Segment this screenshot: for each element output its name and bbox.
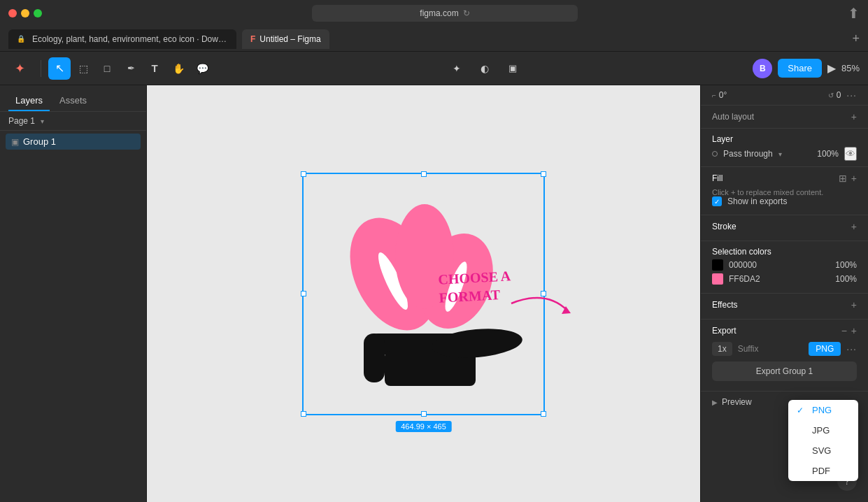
export-more-btn[interactable]: ··· [846, 343, 857, 354]
export-section-title: Export [712, 326, 737, 336]
handle-top-mid[interactable] [421, 171, 427, 177]
select-tool-btn[interactable]: ↖ [48, 57, 71, 80]
assets-tab[interactable]: Assets [52, 91, 94, 111]
content-area: Layers Assets Page 1 ▾ ▣ Group 1 [0, 85, 868, 502]
pen-tool-btn[interactable]: ✒ [120, 57, 142, 80]
reload-icon[interactable]: ↻ [463, 8, 470, 18]
corner-radius-icon: ⌐ [712, 92, 716, 99]
mask-tool-btn[interactable]: ◐ [474, 57, 496, 80]
layer-section-title: Layer [712, 134, 733, 144]
export-add-btn[interactable]: + [851, 325, 857, 336]
layer-name: Group 1 [23, 136, 56, 147]
layer-group-icon: ▣ [11, 137, 19, 147]
add-tab-btn[interactable]: + [852, 31, 860, 46]
preview-label: Preview [722, 397, 752, 407]
color-swatch-0[interactable] [712, 259, 723, 271]
show-exports-label: Show in exports [727, 196, 787, 206]
handle-bottom-left[interactable] [301, 411, 306, 417]
selection-colors-title: Selection colors [712, 247, 771, 257]
color-swatch-1[interactable] [712, 273, 723, 285]
selection-colors-section: Selection colors 000000 100% FF6DA2 100% [701, 241, 868, 294]
export-suffix[interactable]: Suffix [738, 344, 804, 354]
format-label-png: PNG [812, 405, 832, 415]
window-controls [8, 9, 42, 17]
export-minus-btn[interactable]: − [841, 325, 847, 336]
avatar: B [753, 59, 772, 78]
fill-grid-btn[interactable]: ⊞ [839, 173, 847, 184]
shape-tool-btn[interactable]: □ [96, 57, 118, 80]
share-icon[interactable]: ⬆ [848, 5, 860, 22]
stroke-add-btn[interactable]: + [851, 221, 857, 232]
arrange-tool-btn[interactable]: ▣ [501, 57, 524, 80]
maximize-window-btn[interactable] [34, 9, 42, 17]
zoom-level[interactable]: 85% [841, 63, 860, 73]
handle-bottom-mid[interactable] [421, 411, 427, 417]
rotation-field[interactable]: ↺ 0 [828, 90, 841, 100]
handle-top-left[interactable] [301, 171, 306, 177]
minimize-window-btn[interactable] [21, 9, 29, 17]
url-bar[interactable]: figma.com ↻ [312, 5, 578, 22]
effects-add-btn[interactable]: + [851, 299, 857, 310]
show-exports-checkbox[interactable]: ✓ [712, 196, 722, 206]
effects-section-title: Effects [712, 300, 737, 310]
layer-group1[interactable]: ▣ Group 1 [6, 134, 141, 150]
layer-blend-row: Pass through ▾ 100% 👁 [712, 147, 857, 161]
fill-section-title: Fill [712, 173, 723, 183]
auto-layout-add-btn[interactable]: + [851, 111, 857, 122]
format-dropdown-btn[interactable]: PNG [809, 342, 841, 356]
toolbar-separator-1 [41, 60, 41, 77]
export-scale[interactable]: 1x [712, 342, 732, 356]
corner-radius-value: 0° [719, 90, 727, 100]
export-section: Export − + 1x Suffix PNG ··· Export Grou… [701, 320, 868, 392]
fill-add-btn[interactable]: + [851, 173, 857, 184]
toolbar: ✦ ↖ ⬚ □ ✒ T ✋ 💬 ✦ ◐ ▣ B Share ▶ 85% [0, 52, 868, 85]
export-settings-row: 1x Suffix PNG ··· [712, 342, 857, 356]
transform-more-btn[interactable]: ··· [846, 89, 857, 101]
format-option-pdf[interactable]: PDF [788, 461, 858, 481]
choose-format-annotation: CHOOSE A FORMAT [439, 268, 511, 305]
fill-header: Fill ⊞ + [712, 173, 857, 184]
format-selector-container: PNG [809, 342, 841, 356]
layer-header-row: Layer [712, 134, 857, 144]
browser-tab-iconfinder[interactable]: 🔒 Ecology, plant, hand, environment, eco… [8, 29, 236, 49]
lock-icon: 🔒 [17, 35, 25, 43]
format-option-jpg[interactable]: JPG [788, 420, 858, 440]
handle-top-right[interactable] [541, 171, 546, 177]
handle-mid-left[interactable] [301, 291, 306, 296]
tool-group-main: ↖ ⬚ □ ✒ T ✋ 💬 [48, 57, 213, 80]
browser-tab-figma[interactable]: F Untitled – Figma [242, 29, 329, 49]
export-group-btn[interactable]: Export Group 1 [712, 361, 857, 381]
page-selector[interactable]: Page 1 ▾ [0, 112, 146, 131]
stroke-section: Stroke + [701, 215, 868, 241]
format-option-svg[interactable]: SVG [788, 440, 858, 461]
text-tool-btn[interactable]: T [143, 57, 166, 80]
auto-layout-row: Auto layout + [701, 106, 868, 129]
choose-format-arrow [504, 289, 574, 331]
stroke-header-row: Stroke + [712, 221, 857, 232]
figma-menu-btn[interactable]: ✦ [8, 57, 31, 80]
visibility-toggle-btn[interactable]: 👁 [844, 147, 857, 161]
frame-tool-btn[interactable]: ⬚ [72, 57, 94, 80]
check-icon-png: ✓ [797, 406, 806, 415]
format-option-png[interactable]: ✓ PNG [788, 400, 858, 420]
rotation-value: 0 [837, 90, 841, 100]
opacity-value[interactable]: 100% [817, 149, 839, 159]
play-button[interactable]: ▶ [827, 62, 836, 75]
page-name: Page 1 [8, 116, 35, 126]
preview-arrow-icon: ▶ [712, 399, 718, 406]
handle-bottom-right[interactable] [541, 411, 546, 417]
share-button[interactable]: Share [778, 59, 822, 78]
hand-tool-btn[interactable]: ✋ [167, 57, 190, 80]
corner-radius-field[interactable]: ⌐ 0° [712, 90, 727, 100]
close-window-btn[interactable] [8, 9, 17, 17]
canvas-area[interactable]: 464.99 × 465 CHOOSE A FORMAT [147, 85, 700, 502]
tab-label: Ecology, plant, hand, environment, eco i… [32, 34, 228, 44]
comment-tool-btn[interactable]: 💬 [191, 57, 213, 80]
format-label-svg: SVG [812, 445, 831, 456]
effects-header-row: Effects + [712, 299, 857, 310]
layers-tab[interactable]: Layers [8, 91, 50, 111]
effects-section: Effects + [701, 294, 868, 320]
blend-mode-selector[interactable]: Pass through [723, 149, 773, 159]
component-tool-btn[interactable]: ✦ [446, 57, 468, 80]
fill-section: Fill ⊞ + Click + to replace mixed conten… [701, 167, 868, 215]
